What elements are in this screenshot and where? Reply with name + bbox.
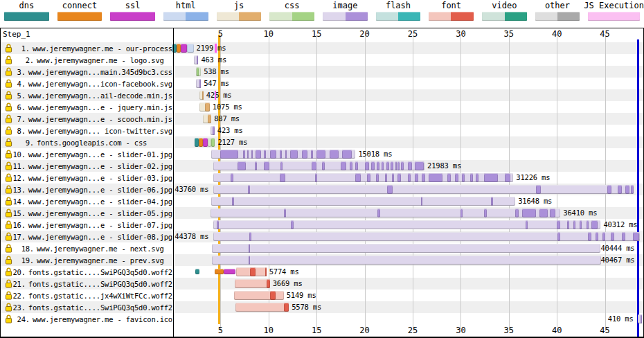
waterfall-bar-segment-img_d[interactable]	[455, 173, 458, 182]
waterfall-bar-segment-img_d[interactable]	[602, 232, 605, 241]
request-url-link[interactable]: www.jeremywagner.me - next.svg	[37, 244, 164, 253]
request-url-link[interactable]: www.jeremywagn...e - jquery.min.js	[28, 103, 172, 112]
waterfall-bar-segment-img_d[interactable]	[557, 232, 560, 241]
request-url-link[interactable]: fonts.gstatic....SwiPGQ3q5d0.woff2	[28, 280, 172, 288]
waterfall-bar-segment-img_d[interactable]	[505, 173, 510, 182]
request-row[interactable]: 21.fonts.gstatic....SwiPGQ3q5d0.woff2	[1, 278, 172, 290]
waterfall-bar-segment-img_d[interactable]	[220, 150, 238, 159]
waterfall-bar-segment-img_d[interactable]	[377, 208, 380, 217]
waterfall-bar-segment-ssl[interactable]	[224, 269, 235, 274]
request-row[interactable]: 22.fonts.gstatic....jx4wXiWtFCc.woff2	[1, 290, 172, 301]
waterfall-bar-segment-font_d[interactable]	[284, 303, 289, 312]
waterfall-bar-segment-img_d[interactable]	[341, 161, 346, 170]
waterfall-bar-segment-img_d[interactable]	[618, 185, 622, 194]
waterfall-bar-segment-img_d[interactable]	[248, 185, 250, 194]
request-url-link[interactable]: www.jeremywagn...e - scooch.min.js	[28, 115, 172, 123]
waterfall-bar-segment-img_d[interactable]	[536, 185, 541, 194]
request-row[interactable]: 9.fonts.googleapis.com - css	[1, 136, 172, 148]
waterfall-bar-segment-img_d[interactable]	[365, 161, 369, 170]
request-url-link[interactable]: www.jeremywagner.me - prev.svg	[37, 256, 164, 265]
waterfall-bar-segment-img_d[interactable]	[342, 150, 352, 159]
waterfall-bar-segment-img_d[interactable]	[371, 161, 375, 170]
request-row[interactable]: 7.www.jeremywagn...e - scooch.min.js	[1, 113, 172, 125]
waterfall-bar-segment-img_d[interactable]	[596, 232, 598, 241]
request-url-link[interactable]: www.jeremywagn...e - slider-08.jpg	[28, 233, 172, 241]
request-url-link[interactable]: fonts.gstatic....SwiPGQ3q5d0.woff2	[28, 303, 172, 312]
waterfall-bar-segment-img_d[interactable]	[391, 161, 393, 170]
waterfall-bar-segment-img_l[interactable]	[212, 256, 601, 265]
waterfall-bar-segment-img_d[interactable]	[607, 185, 611, 194]
waterfall-bar-segment-img_d[interactable]	[330, 150, 339, 159]
waterfall-bar-segment-js_d[interactable]	[202, 91, 204, 100]
waterfall-bar-segment-img_d[interactable]	[408, 161, 412, 170]
waterfall-bar-segment-img_d[interactable]	[232, 197, 234, 206]
waterfall-bar-segment-img_d[interactable]	[476, 173, 478, 182]
waterfall-bar-segment-img_d[interactable]	[611, 232, 614, 241]
waterfall-bar-segment-js_d[interactable]	[205, 103, 210, 112]
waterfall-bar-segment-dns[interactable]	[195, 269, 199, 274]
request-row[interactable]: 1.www.jeremywagner.me - our-process	[1, 42, 172, 54]
waterfall-bar-segment-img_d[interactable]	[377, 161, 379, 170]
waterfall-bar-segment-img_d[interactable]	[557, 220, 560, 229]
request-row[interactable]: 8.www.jeremywagn... icon-twitter.svg	[1, 125, 172, 136]
request-row[interactable]: 4.www.jeremywagn...icon-facebook.svg	[1, 78, 172, 89]
request-url-link[interactable]: www.jeremywagn...icon-facebook.svg	[28, 80, 172, 88]
waterfall-bar-segment-img_d[interactable]	[415, 161, 423, 170]
waterfall-bar-segment-img_d[interactable]	[422, 173, 425, 182]
request-url-link[interactable]: www.jeremywagn...e - slider-04.jpg	[28, 197, 172, 206]
waterfall-bar-segment-img_l[interactable]	[213, 185, 634, 194]
request-row[interactable]: 16.www.jeremywagn...e - slider-07.jpg	[1, 219, 172, 231]
waterfall-bar-segment-img_d[interactable]	[243, 150, 245, 159]
js-execution-tick[interactable]	[215, 91, 216, 100]
waterfall-bar-segment-img_d[interactable]	[522, 208, 536, 217]
waterfall-bar-segment-img_d[interactable]	[231, 173, 233, 182]
waterfall-bar-segment-img_d[interactable]	[264, 150, 266, 159]
waterfall-bar-segment-ssl[interactable]	[181, 44, 186, 53]
waterfall-bar-segment-img_d[interactable]	[256, 150, 261, 159]
waterfall-bar-segment-img_d[interactable]	[401, 161, 404, 170]
request-url-link[interactable]: www.jeremywagn...main.345d9bc3.css	[28, 68, 172, 76]
waterfall-bar-segment-img_d[interactable]	[247, 150, 249, 159]
request-row[interactable]: 6.www.jeremywagn...e - jquery.min.js	[1, 101, 172, 113]
waterfall-bar-segment-dns[interactable]	[195, 138, 199, 147]
waterfall-bar-segment-img_d[interactable]	[316, 150, 325, 159]
waterfall-bar-segment-img_d[interactable]	[429, 173, 442, 182]
request-url-link[interactable]: fonts.gstatic....jx4wXiWtFCc.woff2	[28, 292, 172, 300]
request-url-link[interactable]: www.jeremywagner.me - logo.svg	[37, 56, 164, 64]
waterfall-bar-segment-img_d[interactable]	[515, 208, 519, 217]
request-url-link[interactable]: www.jeremywagn...e - slider-06.jpg	[28, 186, 172, 194]
waterfall-bar-segment-img_d[interactable]	[264, 161, 269, 170]
request-row[interactable]: 19.www.jeremywagner.me - prev.svg	[1, 254, 172, 266]
waterfall-bar-segment-img_d[interactable]	[622, 232, 625, 241]
waterfall-bar-segment-img_d[interactable]	[631, 185, 634, 194]
request-row[interactable]: 2.www.jeremywagner.me - logo.svg	[1, 54, 172, 66]
waterfall-bar-segment-img_d[interactable]	[587, 220, 589, 229]
waterfall-bar-segment-img_d[interactable]	[484, 208, 487, 217]
request-url-link[interactable]: www.jeremywagn...e - slider-02.jpg	[28, 162, 172, 170]
request-row[interactable]: 14.www.jeremywagn...e - slider-04.jpg	[1, 195, 172, 207]
waterfall-bar-segment-img_d[interactable]	[217, 220, 219, 229]
waterfall-bar-segment-css_d[interactable]	[211, 138, 215, 147]
waterfall-bar-segment-img_d[interactable]	[382, 161, 384, 170]
waterfall-bar-segment-img_d[interactable]	[355, 173, 361, 182]
request-row[interactable]: 18.www.jeremywagner.me - next.svg	[1, 242, 172, 254]
waterfall-bar-segment-img_d[interactable]	[588, 232, 591, 241]
waterfall-bar-segment-img_d[interactable]	[197, 55, 198, 64]
request-row[interactable]: 5.www.jeremywagn...ail-decode.min.js	[1, 89, 172, 101]
waterfall-bar-segment-font_d[interactable]	[250, 267, 256, 276]
waterfall-bar-segment-img_d[interactable]	[280, 173, 285, 182]
waterfall-bar-segment-img_d[interactable]	[447, 173, 451, 182]
request-url-link[interactable]: fonts.googleapis.com - css	[37, 139, 147, 147]
waterfall-bar-segment-img_d[interactable]	[567, 220, 569, 229]
request-row[interactable]: 20.fonts.gstatic....SwiPGQ3q5d0.woff2	[1, 266, 172, 278]
waterfall-bar-segment-img_d[interactable]	[291, 220, 294, 229]
waterfall-bar-segment-img_d[interactable]	[385, 173, 388, 182]
waterfall-bar-segment-font_d[interactable]	[267, 279, 270, 288]
waterfall-bar-segment-img_d[interactable]	[392, 173, 395, 182]
waterfall-bar-segment-img_d[interactable]	[315, 173, 317, 182]
waterfall-bar-segment-img_d[interactable]	[484, 173, 498, 182]
request-row[interactable]: 23.fonts.gstatic....SwiPGQ3q5d0.woff2	[1, 301, 172, 313]
waterfall-bar-segment-js_d[interactable]	[208, 114, 211, 123]
waterfall-bar-segment-img_d[interactable]	[285, 150, 287, 159]
request-url-link[interactable]: www.jeremywagn...e - slider-07.jpg	[28, 221, 172, 229]
